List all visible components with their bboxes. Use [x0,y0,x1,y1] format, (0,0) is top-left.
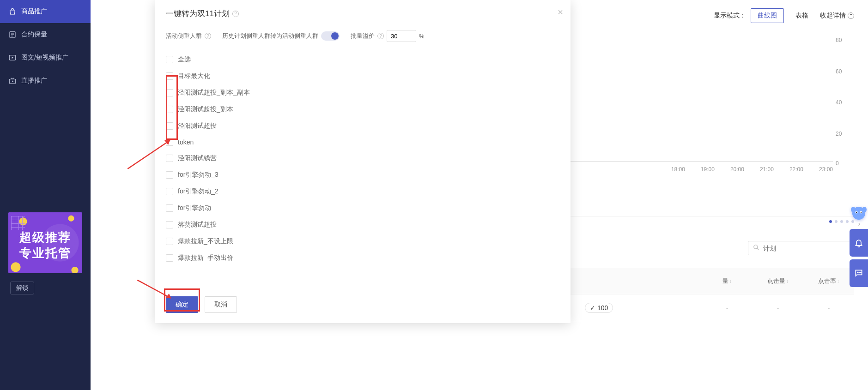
item-checkbox[interactable] [166,138,173,146]
item-checkbox[interactable] [166,188,173,195]
item-checkbox[interactable] [166,106,173,113]
item-label: 爆款拉新_不设上限 [178,237,233,246]
item-checkbox[interactable] [166,238,173,245]
cancel-button[interactable]: 取消 [205,296,237,313]
opt-crowd-label: 活动侧重人群 [166,32,202,40]
item-label: for引擎勿动_3 [178,171,219,179]
select-all-checkbox[interactable] [166,56,173,63]
percent-suffix: % [419,33,425,40]
item-checkbox[interactable] [166,221,173,228]
item-checkbox[interactable] [166,155,173,162]
item-label: 泾阳测试超投_副本_副本 [178,89,250,97]
item-label: 泾阳测试超投 [178,122,217,130]
plan-list[interactable]: 全选 目标最大化泾阳测试超投_副本_副本泾阳测试超投_副本泾阳测试超投token… [166,51,559,285]
item-checkbox[interactable] [166,171,173,179]
plan-list-item[interactable]: 泾阳测试超投_副本_副本 [166,84,557,101]
item-label: for引擎勿动_2 [178,187,219,196]
item-checkbox[interactable] [166,254,173,262]
item-label: 落葵测试超投 [178,221,217,229]
plan-list-item[interactable]: token [166,134,557,150]
item-checkbox[interactable] [166,122,173,130]
item-checkbox[interactable] [166,89,173,96]
plan-list-item[interactable]: for引擎勿动_3 [166,167,557,183]
plan-list-item[interactable]: 目标最大化 [166,68,557,84]
select-all-row[interactable]: 全选 [166,51,557,68]
plan-list-item[interactable]: 爆款拉新_手动出价 [166,250,557,266]
opt-price-label: 批量溢价 [351,32,375,40]
help-icon[interactable]: ? [232,11,239,17]
item-label: token [178,138,194,146]
item-label: 爆款拉新_手动出价 [178,254,233,262]
plan-list-item[interactable]: 落葵测试超投 [166,216,557,233]
plan-list-item[interactable]: 爆款拉新_不设上限 [166,233,557,250]
convert-plan-dialog: 一键转为双11计划 ? × 活动侧重人群 ? 历史计划侧重人群转为活动侧重人群 … [155,0,571,323]
plan-list-item[interactable]: 泾阳测试超投 [166,118,557,134]
ok-button[interactable]: 确定 [166,296,198,313]
plan-list-item[interactable]: for引擎勿动 [166,200,557,216]
item-label: for引擎勿动 [178,204,211,212]
item-label: 泾阳测试钱营 [178,154,217,162]
item-checkbox[interactable] [166,72,173,80]
plan-list-item[interactable]: 泾阳测试钱营 [166,150,557,167]
help-icon[interactable]: ? [205,33,211,39]
item-label: 泾阳测试超投_副本 [178,105,233,114]
item-label: 目标最大化 [178,72,210,80]
plan-list-item[interactable]: for引擎勿动_2 [166,183,557,200]
price-input[interactable] [387,30,416,42]
history-switch[interactable] [321,31,340,41]
item-checkbox[interactable] [166,204,173,212]
close-icon[interactable]: × [558,7,563,17]
dialog-title: 一键转为双11计划 [166,8,230,19]
plan-list-item[interactable]: 泾阳测试超投_副本 [166,101,557,118]
help-icon[interactable]: ? [377,33,384,39]
opt-history-label: 历史计划侧重人群转为活动侧重人群 [222,32,318,40]
